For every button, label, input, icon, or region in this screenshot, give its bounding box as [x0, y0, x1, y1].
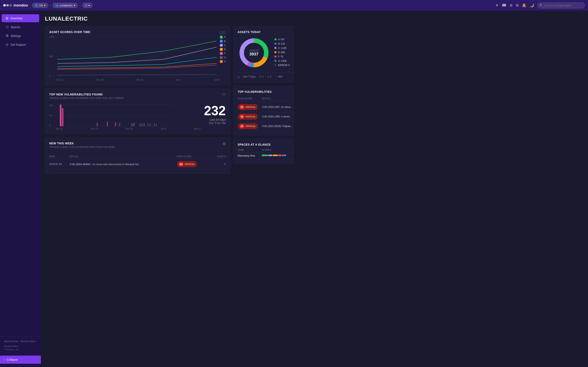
legend-checkbox-a[interactable]: ✓: [220, 36, 223, 39]
svg-rect-16: [144, 123, 145, 126]
week-assets-0: 7: [209, 163, 226, 166]
org-icon: 👥: [55, 4, 58, 7]
x-label-dec25: Dec 25: [136, 78, 143, 81]
vuln-id-2: CVE-2023-28100: Flatpak...: [262, 125, 294, 128]
donut-legend-f: F 75: [274, 55, 294, 58]
vuln-score-0: 10: [240, 105, 244, 109]
svg-rect-13: [133, 123, 135, 126]
y-label-mid: 655: [49, 55, 56, 58]
week-table-row[interactable]: 2025-01-04 CVE-2024-45492 : An issue was…: [49, 159, 226, 169]
spaces-col-assets: ASSETS: [290, 149, 294, 151]
donut-legend-label-c: C 1185: [278, 47, 287, 50]
svg-rect-27: [262, 155, 268, 156]
svg-rect-8: [96, 123, 98, 126]
week-desc-0: An issue was discovered in libexpat bef.…: [92, 163, 141, 166]
legend-label-d: D: [224, 48, 226, 51]
legend-label-f: F: [224, 52, 225, 55]
spaces-row-0[interactable]: Discovery One 3448: [238, 152, 294, 159]
svg-rect-11: [119, 123, 120, 126]
legend-checkbox-b[interactable]: ✓: [220, 40, 223, 43]
donut-legend: A 767 B 116 C 1185: [274, 38, 294, 68]
svg-rect-31: [282, 155, 286, 156]
bar-y-min: 0: [49, 124, 55, 127]
donut-legend-a: A 767: [274, 38, 294, 41]
assets-today-card: ASSETS TODAY ⬡⬡: [233, 26, 294, 83]
legend-checkbox-d[interactable]: ✓: [220, 48, 223, 51]
donut-legend-d: D 485: [274, 51, 294, 54]
main-content: LUNALECTRIC ASSET SCORES OVER TIME ⬡⬡: [41, 11, 294, 367]
vuln-level-1: CRITICAL: [245, 115, 256, 118]
week-table-header: DATE ID/TITLE CVSS SCORE ASSETS: [49, 154, 226, 159]
vuln-level-2: CRITICAL: [245, 125, 256, 127]
svg-rect-6: [60, 105, 61, 126]
settings-icon: ⚙: [6, 34, 9, 38]
org-selector[interactable]: 👥 Lunalectric ▾: [52, 3, 78, 8]
legend-checkbox-u[interactable]: ✓: [220, 56, 223, 59]
about-link[interactable]: About Mondoo: [4, 340, 19, 342]
asset-scores-icon[interactable]: ⬡⬡: [219, 30, 226, 35]
spaces-glance-title: SPACES AT A GLANCE: [238, 143, 271, 146]
sidebar-item-overview[interactable]: ⊞ Overview: [2, 14, 39, 22]
vuln-badge-0: 10 CRITICAL: [238, 104, 258, 110]
legend-checkbox-x[interactable]: ✓: [220, 60, 223, 63]
sidebar-label-settings: Settings: [11, 34, 21, 38]
bar-chart-inner: 103 52 0: [49, 104, 201, 130]
legend-label-a: A: [224, 36, 226, 39]
vuln-found-subtitle: CRITICAL & HIGH CVSS VULNERABILITIES OVE…: [49, 97, 123, 99]
logo[interactable]: mondoo: [3, 3, 28, 8]
vuln-row-2[interactable]: 10 CRITICAL CVE-2023-28100: Flatpak... 1: [238, 122, 294, 131]
legend-label-b: B: [224, 40, 226, 43]
svg-rect-9: [107, 122, 108, 126]
x-axis-labels: Dec 11 Dec 18 Dec 25 Jan 1 Jan 8: [49, 78, 226, 81]
chevron-down-icon-2: ▾: [74, 4, 75, 7]
status-link[interactable]: Mondoo Status: [21, 340, 36, 342]
x-label-jan8: Jan 8: [214, 78, 220, 81]
sidebar-item-settings[interactable]: ⚙ Settings: [2, 32, 39, 40]
up-count: 1: [262, 75, 264, 78]
vuln-row-1[interactable]: 10 CRITICAL CVE-2020-1350: A remot... 1: [238, 112, 294, 122]
donut-legend-label-error: ERROR 0: [278, 64, 290, 67]
week-col-date: DATE: [49, 155, 70, 158]
donut-dot-b: [274, 43, 277, 45]
sidebar-item-support[interactable]: ⊙ Get Support: [2, 41, 39, 49]
vuln-count: 232: [204, 104, 226, 117]
trend-icon: △: [238, 75, 240, 78]
donut-legend-error: ERROR 0: [274, 64, 294, 67]
sidebar-label-support: Get Support: [10, 43, 26, 46]
vuln-badge-1: 10 CRITICAL: [238, 114, 258, 120]
region-selector[interactable]: 🌐 US ▾: [32, 3, 48, 8]
svg-rect-7: [62, 108, 63, 126]
breadcrumb-sep-2: ›: [79, 3, 80, 7]
y-axis-labels: 1309 655 0: [49, 35, 56, 78]
home-icon: ⊞: [6, 16, 8, 20]
legend-checkbox-f[interactable]: ✓: [220, 52, 223, 55]
vuln-row-0[interactable]: 10 CRITICAL CVE-2020-1467: An eleva... 1: [238, 102, 294, 112]
spaces-glance-card: SPACES AT A GLANCE ⬡⬡⬡ NAME SCORES ASSET…: [233, 139, 294, 163]
top-vuln-header: TOP VULNERABILITIES 🛡: [238, 90, 294, 94]
y-label-max: 1309: [49, 36, 56, 38]
new-this-week-header: NEW THIS WEEK CRITICAL & HIGH CVSS VULNE…: [49, 142, 226, 151]
chevron-down-icon: ▾: [44, 4, 45, 7]
donut-dot-d: [274, 51, 277, 53]
legend-b: ✓ B: [220, 40, 226, 43]
new-this-week-icon[interactable]: ⚙: [223, 142, 226, 146]
vuln-col-score: CVSS SCORE: [238, 97, 262, 100]
asset-scores-card: ASSET SCORES OVER TIME ⬡⬡ 1309 655 0: [45, 26, 230, 85]
vuln-found-icon[interactable]: 🛡: [222, 93, 226, 97]
privacy-link[interactable]: Privacy Policy: [4, 345, 18, 347]
down-stat: ↘ 1: [267, 75, 272, 78]
sidebar-item-spaces[interactable]: ⬡ Spaces: [2, 23, 39, 31]
last7days-section: △ Last 7 Days ↗ 1 ↘ 1 → 689: [238, 72, 294, 78]
vuln-count-section: 232 Last 24 days Avg. 9 per day: [204, 104, 226, 124]
legend-x: ✓ X: [220, 60, 226, 63]
space-selector[interactable]: ⬡ ▾: [82, 3, 93, 8]
vuln-found-header: TOP NEW VULNERABILITIES FOUND CRITICAL &…: [49, 93, 226, 103]
legend-checkbox-c[interactable]: ✓: [220, 44, 223, 47]
asset-scores-header: ASSET SCORES OVER TIME ⬡⬡: [49, 30, 226, 35]
top-vulnerabilities-card: TOP VULNERABILITIES 🛡 CVSS SCORE ID/TITL…: [233, 86, 294, 135]
new-this-week-subtitle: CRITICAL & HIGH CVSS VULNERABILITIES FRO…: [49, 146, 115, 148]
week-score-num-0: 9.8: [179, 162, 183, 166]
bar-y-mid: 52: [49, 114, 55, 117]
collapse-button[interactable]: ‹ Collapse: [0, 356, 41, 364]
vuln-score-2: 10: [240, 124, 244, 128]
